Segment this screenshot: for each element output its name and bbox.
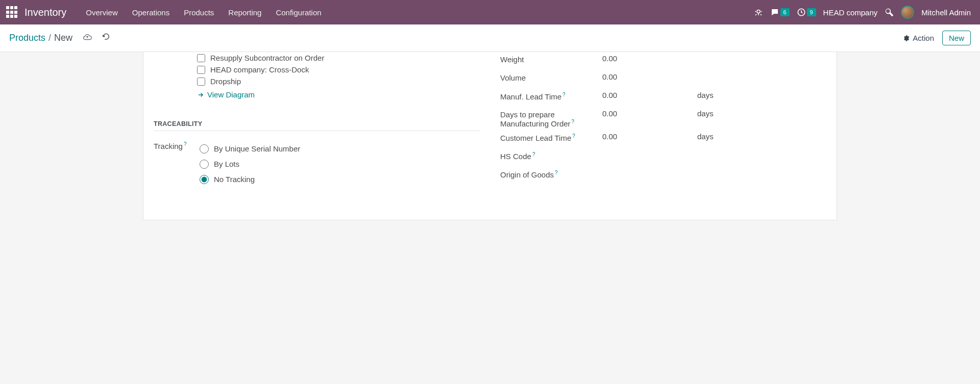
app-name[interactable]: Inventory [24,7,66,18]
messages-badge: 6 [780,8,790,16]
manuf-lead-value[interactable]: 0.00 [602,91,697,99]
weight-value[interactable]: 0.00 [602,54,826,63]
help-icon[interactable]: ? [184,141,187,147]
days-prepare-value-wrap: 0.00 days [602,109,826,118]
form-sheet: Resupply Subcontractor on Order HEAD com… [143,52,837,220]
nav-configuration[interactable]: Configuration [268,8,328,17]
view-diagram-label: View Diagram [207,90,255,99]
breadcrumb: Products / New [9,33,110,43]
columns: Resupply Subcontractor on Order HEAD com… [154,52,826,189]
apps-icon[interactable] [6,6,18,18]
breadcrumb-sep: / [48,33,51,43]
radio-input[interactable] [200,175,209,184]
field-origin: Origin of Goods? [500,167,826,185]
new-button[interactable]: New [942,31,971,45]
tracking-options: By Unique Serial Number By Lots No Track… [200,140,480,187]
breadcrumb-current: New [54,33,72,43]
days-unit: days [697,109,714,118]
section-traceability: TRACEABILITY [154,120,480,131]
username[interactable]: Mitchell Admin [921,8,971,17]
col-right: Weight 0.00 Volume 0.00 Manuf. Lead Time… [500,52,826,189]
tracking-lots[interactable]: By Lots [200,157,480,172]
route-checkbox[interactable] [197,54,205,62]
customer-lead-value-wrap: 0.00 days [602,132,826,141]
field-weight: Weight 0.00 [500,52,826,70]
help-icon[interactable]: ? [572,133,575,139]
radio-input[interactable] [200,144,209,153]
radio-input[interactable] [200,160,209,169]
col-left: Resupply Subcontractor on Order HEAD com… [154,52,480,189]
hs-code-label: HS Code? [500,150,602,161]
radio-label: By Lots [214,160,239,168]
activities-badge: 9 [807,8,816,16]
breadcrumb-products[interactable]: Products [9,33,45,43]
route-resupply-subcontractor[interactable]: Resupply Subcontractor on Order [197,52,480,64]
days-unit: days [697,91,714,99]
radio-label: No Tracking [214,175,255,184]
nav-overview[interactable]: Overview [79,8,125,17]
help-icon[interactable]: ? [555,170,558,175]
action-dropdown[interactable]: Action [902,34,934,42]
route-label: Resupply Subcontractor on Order [210,54,324,62]
content-wrapper: Resupply Subcontractor on Order HEAD com… [0,52,980,220]
svg-point-0 [757,10,760,13]
route-cross-dock[interactable]: HEAD company: Cross-Dock [197,64,480,75]
radio-label: By Unique Serial Number [214,144,300,153]
manuf-lead-value-wrap: 0.00 days [602,91,826,99]
route-dropship[interactable]: Dropship [197,75,480,87]
tracking-serial[interactable]: By Unique Serial Number [200,141,480,157]
view-diagram-link[interactable]: View Diagram [197,90,255,99]
nav-reporting[interactable]: Reporting [221,8,268,17]
field-hs-code: HS Code? [500,148,826,167]
actionbar: Products / New Action New [0,24,980,52]
days-prepare-value[interactable]: 0.00 [602,109,697,118]
tracking-label: Tracking? [154,140,200,150]
cloud-save-icon[interactable] [83,33,92,43]
field-tracking: Tracking? By Unique Serial Number By Lot… [154,138,480,189]
debug-icon[interactable] [754,8,763,17]
routes-group: Resupply Subcontractor on Order HEAD com… [154,52,480,100]
avatar[interactable] [901,6,914,19]
weight-label: Weight [500,54,602,64]
customer-lead-value[interactable]: 0.00 [602,132,697,141]
route-label: Dropship [210,77,241,86]
nav-operations[interactable]: Operations [125,8,177,17]
field-days-prepare: Days to prepare Manufacturing Order? 0.0… [500,107,826,130]
messages-icon[interactable]: 6 [770,8,790,17]
field-customer-lead: Customer Lead Time? 0.00 days [500,130,826,148]
help-icon[interactable]: ? [532,151,535,157]
tracking-none[interactable]: No Tracking [200,172,480,187]
actionbar-right: Action New [902,31,971,45]
topbar-right: 6 9 HEAD company Mitchell Admin [754,6,976,19]
company-switcher[interactable]: HEAD company [823,8,878,17]
nav-products[interactable]: Products [177,8,221,17]
field-manuf-lead: Manuf. Lead Time? 0.00 days [500,89,826,107]
volume-value[interactable]: 0.00 [602,72,826,81]
origin-label: Origin of Goods? [500,169,602,179]
route-checkbox[interactable] [197,78,205,86]
activities-icon[interactable]: 9 [797,8,816,17]
route-label: HEAD company: Cross-Dock [210,65,309,74]
field-volume: Volume 0.00 [500,70,826,89]
topbar: Inventory Overview Operations Products R… [0,0,980,24]
help-icon[interactable]: ? [572,119,575,124]
help-icon[interactable]: ? [562,92,566,97]
manuf-lead-label: Manuf. Lead Time? [500,91,602,101]
volume-label: Volume [500,72,602,82]
days-unit: days [697,132,714,141]
action-label: Action [913,34,934,42]
days-prepare-label: Days to prepare Manufacturing Order? [500,109,602,128]
route-checkbox[interactable] [197,66,205,74]
discard-icon[interactable] [102,33,110,43]
tools-icon[interactable] [885,8,894,17]
customer-lead-label: Customer Lead Time? [500,132,602,142]
